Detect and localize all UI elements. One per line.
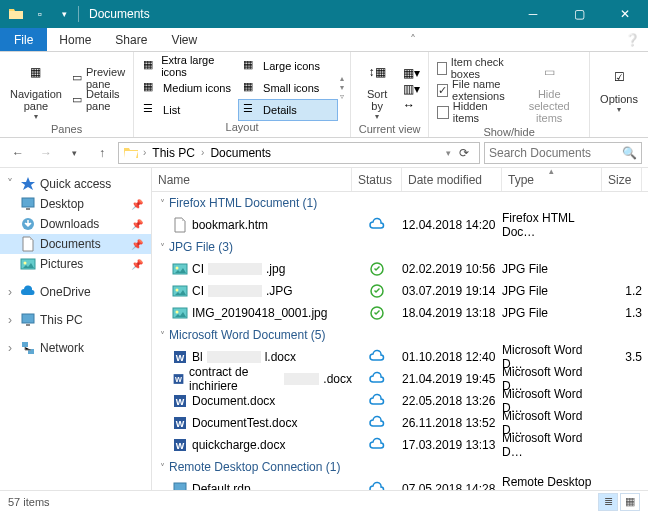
- file-size: 1.3: [602, 306, 642, 320]
- sort-icon: ↕▦: [361, 56, 393, 88]
- sync-icon: [369, 305, 385, 321]
- navigation-pane-button[interactable]: ▦ Navigation pane ▾: [4, 54, 68, 123]
- file-type: JPG File: [502, 284, 602, 298]
- column-status[interactable]: Status: [352, 168, 402, 191]
- details-pane-button[interactable]: ▭Details pane: [68, 89, 129, 111]
- table-row[interactable]: IMG_20190418_0001.jpg18.04.2019 13:18JPG…: [152, 302, 648, 324]
- tab-file[interactable]: File: [0, 28, 47, 51]
- file-type: Remote Desktop …: [502, 475, 602, 490]
- file-size: 3.5: [602, 350, 642, 364]
- file-date: 07.05.2018 14:28: [402, 482, 502, 490]
- table-row[interactable]: CI.JPG03.07.2019 19:14JPG File1.2: [152, 280, 648, 302]
- file-status: [352, 283, 402, 299]
- qat-chevron-down-icon[interactable]: ▾: [54, 4, 74, 24]
- view-mode-details-icon[interactable]: ≣: [598, 493, 618, 511]
- view-list[interactable]: ☰List: [138, 99, 238, 121]
- view-extra-large-icons[interactable]: ▦Extra large icons: [138, 55, 238, 77]
- help-icon[interactable]: ❔: [617, 28, 648, 51]
- file-date: 03.07.2019 19:14: [402, 284, 502, 298]
- file-icon: [172, 283, 188, 299]
- sidebar-item-quick-access[interactable]: ˅Quick access: [0, 174, 151, 194]
- sidebar-item-onedrive[interactable]: ›OneDrive: [0, 282, 151, 302]
- file-date: 18.04.2019 13:18: [402, 306, 502, 320]
- search-input[interactable]: [489, 146, 622, 160]
- column-date[interactable]: Date modified: [402, 168, 502, 191]
- hide-selected-icon: ▭: [533, 56, 565, 88]
- column-type[interactable]: Type: [502, 168, 602, 191]
- table-row[interactable]: Default.rdp07.05.2018 14:28Remote Deskto…: [152, 478, 648, 490]
- file-icon: [172, 261, 188, 277]
- column-size[interactable]: Size: [602, 168, 642, 191]
- chevron-down-icon: ˅: [160, 462, 165, 473]
- options-icon: ☑: [603, 61, 635, 93]
- column-name[interactable]: Name: [152, 168, 352, 191]
- breadcrumb[interactable]: › This PC › Documents ▾ ⟳: [118, 142, 480, 164]
- sort-by-button[interactable]: ↕▦ Sort by ▾: [355, 54, 399, 123]
- group-by-icon[interactable]: ▦▾: [403, 66, 420, 80]
- back-button[interactable]: ←: [6, 141, 30, 165]
- hide-selected-button[interactable]: ▭ Hide selected items: [513, 54, 585, 126]
- sidebar-item-thispc[interactable]: ›This PC: [0, 310, 151, 330]
- forward-button[interactable]: →: [34, 141, 58, 165]
- titlebar: ▫ ▾ Documents ─ ▢ ✕: [0, 0, 648, 28]
- view-mode-thumbnails-icon[interactable]: ▦: [620, 493, 640, 511]
- file-date: 17.03.2019 13:13: [402, 438, 502, 452]
- breadcrumb-thispc[interactable]: This PC: [150, 146, 197, 160]
- view-medium-icons[interactable]: ▦Medium icons: [138, 77, 238, 99]
- view-small-icons[interactable]: ▦Small icons: [238, 77, 338, 99]
- cloud-icon: [369, 481, 385, 490]
- sidebar-item-pictures[interactable]: Pictures📌: [0, 254, 151, 274]
- minimize-button[interactable]: ─: [510, 0, 556, 28]
- file-icon: [172, 349, 188, 365]
- file-icon: [172, 305, 188, 321]
- sidebar-item-documents[interactable]: Documents📌: [0, 234, 151, 254]
- view-details[interactable]: ☰Details: [238, 99, 338, 121]
- tab-share[interactable]: Share: [103, 28, 159, 51]
- search-icon: 🔍: [622, 146, 637, 160]
- breadcrumb-documents[interactable]: Documents: [208, 146, 273, 160]
- sync-icon: [369, 261, 385, 277]
- file-icon: [172, 437, 188, 453]
- view-large-icons[interactable]: ▦Large icons: [238, 55, 338, 77]
- search-box[interactable]: 🔍: [484, 142, 642, 164]
- chevron-down-icon: ˅: [160, 242, 165, 253]
- recent-locations-button[interactable]: ▾: [62, 141, 86, 165]
- file-icon: [172, 371, 185, 387]
- file-status: [352, 349, 402, 365]
- file-icon: [172, 217, 188, 233]
- table-row[interactable]: quickcharge.docx17.03.2019 13:13Microsof…: [152, 434, 648, 456]
- up-button[interactable]: ↑: [90, 141, 114, 165]
- maximize-button[interactable]: ▢: [556, 0, 602, 28]
- preview-pane-button[interactable]: ▭Preview pane: [68, 67, 129, 89]
- sidebar-item-network[interactable]: ›Network: [0, 338, 151, 358]
- window-title: Documents: [85, 7, 510, 21]
- tab-view[interactable]: View: [159, 28, 209, 51]
- file-type: Microsoft Word D…: [502, 431, 602, 459]
- file-list: ˅Firefox HTML Document (1)bookmark.htm12…: [152, 192, 648, 490]
- tab-home[interactable]: Home: [47, 28, 103, 51]
- chevron-right-icon[interactable]: ›: [141, 147, 148, 158]
- refresh-button[interactable]: ⟳: [453, 146, 475, 160]
- ribbon-tabs: File Home Share View ˄ ❔: [0, 28, 648, 52]
- file-status: [352, 481, 402, 490]
- file-size: 1.2: [602, 284, 642, 298]
- collapse-ribbon-icon[interactable]: ˄: [402, 28, 424, 51]
- file-type: JPG File: [502, 262, 602, 276]
- cloud-icon: [369, 371, 385, 387]
- close-button[interactable]: ✕: [602, 0, 648, 28]
- size-columns-icon[interactable]: ↔: [403, 98, 420, 112]
- checkbox-item-checkboxes[interactable]: Item check boxes: [433, 57, 513, 79]
- sidebar-item-desktop[interactable]: Desktop📌: [0, 194, 151, 214]
- table-row[interactable]: CI.jpg02.02.2019 10:56JPG File: [152, 258, 648, 280]
- qat-properties-icon[interactable]: ▫: [30, 4, 50, 24]
- add-columns-icon[interactable]: ▥▾: [403, 82, 420, 96]
- checkbox-hidden-items[interactable]: Hidden items: [433, 101, 513, 123]
- table-row[interactable]: bookmark.htm12.04.2018 14:20Firefox HTML…: [152, 214, 648, 236]
- file-status: [352, 305, 402, 321]
- options-button[interactable]: ☑ Options ▾: [594, 54, 644, 121]
- group-header[interactable]: ˅JPG File (3): [152, 236, 648, 258]
- pin-icon: 📌: [131, 199, 151, 210]
- file-name: Default.rdp: [152, 481, 352, 490]
- sidebar-item-downloads[interactable]: Downloads📌: [0, 214, 151, 234]
- checkbox-file-extensions[interactable]: File name extensions: [433, 79, 513, 101]
